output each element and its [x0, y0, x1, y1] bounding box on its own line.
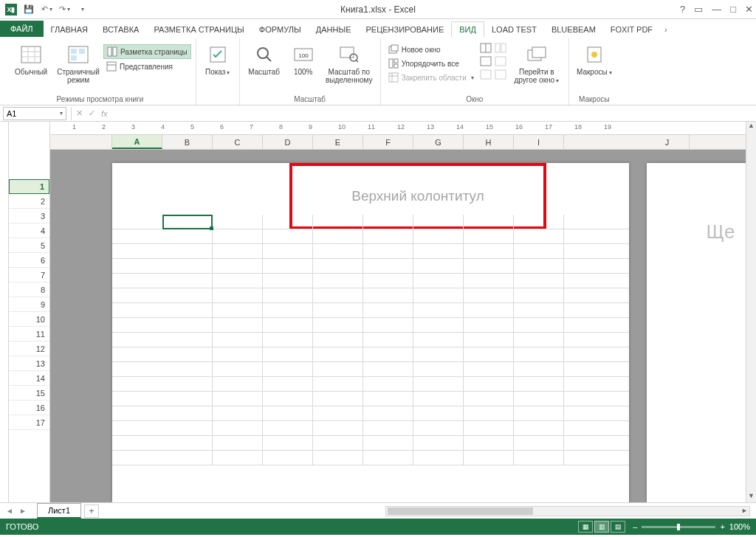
tab-file[interactable]: ФАЙЛ — [0, 21, 44, 37]
title-bar: X▮ 💾 ↶▾ ↷▾ ▾ Книга1.xlsx - Excel ? ▭ — □… — [0, 0, 756, 19]
reset-pos-icon[interactable] — [495, 69, 506, 80]
row-header[interactable]: 12 — [9, 342, 49, 356]
qat-customize[interactable]: ▾ — [74, 1, 90, 18]
col-header[interactable]: H — [464, 135, 514, 149]
switch-window-button[interactable]: Перейти в другое окно▾ — [509, 41, 564, 84]
view-pagelayout-button[interactable]: ▥ — [594, 521, 609, 533]
cancel-icon[interactable]: ✕ — [76, 108, 83, 118]
row-header[interactable]: 14 — [9, 371, 49, 386]
col-header[interactable]: G — [413, 135, 464, 149]
col-header[interactable]: C — [213, 135, 263, 149]
row-header[interactable]: 7 — [9, 268, 49, 283]
vertical-scrollbar[interactable]: ▲ ▼ — [746, 122, 756, 502]
zoom-selection-button[interactable]: Масштаб по выделенному — [323, 41, 376, 84]
arrange-button[interactable]: Упорядочить все — [385, 57, 477, 70]
minimize-button[interactable]: — — [712, 4, 721, 15]
row-header[interactable]: 13 — [9, 356, 49, 371]
scroll-down-icon[interactable]: ▼ — [746, 492, 756, 502]
hide-icon[interactable] — [480, 56, 492, 66]
row-header[interactable]: 8 — [9, 283, 49, 297]
name-box[interactable]: A1▾ — [3, 107, 66, 120]
unhide-icon[interactable] — [480, 69, 492, 80]
view-normal-button[interactable]: ▦ — [578, 521, 593, 533]
sheet-tab-bar: ◄ ► Лист1 + ◄ ► — [0, 502, 756, 519]
tab-page-layout[interactable]: РАЗМЕТКА СТРАНИЦЫ — [146, 22, 251, 37]
zoom-in-button[interactable]: + — [720, 522, 724, 531]
tab-review[interactable]: РЕЦЕНЗИРОВАНИЕ — [358, 22, 451, 37]
sheet-tab[interactable]: Лист1 — [37, 503, 81, 519]
page2-placeholder: Ще — [707, 221, 735, 243]
tab-insert[interactable]: ВСТАВКА — [95, 22, 146, 37]
row-header[interactable]: 6 — [9, 253, 49, 268]
zoom-slider[interactable] — [642, 526, 715, 528]
svg-rect-23 — [389, 59, 393, 68]
normal-view-button[interactable]: Обычный — [9, 41, 53, 76]
row-header[interactable]: 4 — [9, 224, 49, 238]
tab-overflow[interactable]: › — [660, 22, 672, 37]
pagelayout-view-button[interactable]: Разметка страницы — [103, 44, 191, 59]
row-header[interactable]: 16 — [9, 401, 49, 415]
enter-icon[interactable]: ✓ — [89, 108, 95, 118]
row-header[interactable]: 17 — [9, 415, 49, 430]
horizontal-scrollbar[interactable]: ◄ ► — [385, 506, 750, 516]
col-header[interactable]: D — [263, 135, 313, 149]
page-1[interactable]: Верхний колонтитул — [112, 163, 629, 502]
tab-foxit[interactable]: Foxit PDF — [603, 22, 660, 37]
freeze-icon — [388, 72, 399, 83]
side-by-side-icon[interactable] — [495, 43, 506, 53]
scroll-up-icon[interactable]: ▲ — [746, 122, 756, 132]
row-header[interactable]: 15 — [9, 386, 49, 401]
help-button[interactable]: ? — [680, 4, 685, 15]
tab-home[interactable]: ГЛАВНАЯ — [44, 22, 95, 37]
tab-formulas[interactable]: ФОРМУЛЫ — [252, 22, 309, 37]
zoom-out-button[interactable]: – — [633, 522, 637, 531]
tab-data[interactable]: ДАННЫЕ — [309, 22, 359, 37]
col-header[interactable]: B — [162, 135, 213, 149]
row-header-1[interactable]: 1 — [9, 179, 49, 194]
cell-grid[interactable] — [112, 215, 629, 465]
magnifier-icon — [252, 43, 276, 66]
col-header[interactable]: F — [363, 135, 413, 149]
save-button[interactable]: 💾 — [21, 1, 37, 18]
ribbon-options-button[interactable]: ▭ — [694, 4, 703, 15]
redo-button[interactable]: ↷▾ — [56, 1, 72, 18]
svg-rect-25 — [394, 64, 398, 68]
col-header[interactable]: E — [313, 135, 363, 149]
tab-bluebeam[interactable]: BLUEBEAM — [544, 22, 603, 37]
show-button[interactable]: Показ▾ — [201, 41, 235, 76]
fx-icon[interactable]: fx — [101, 109, 108, 118]
group-label-window: Окно — [385, 94, 564, 105]
add-sheet-button[interactable]: + — [84, 505, 99, 518]
scroll-right-icon[interactable]: ► — [741, 507, 748, 514]
custom-views-button[interactable]: Представления — [103, 60, 191, 73]
zoom-button[interactable]: Масштаб — [244, 41, 284, 76]
new-window-button[interactable]: Новое окно — [385, 43, 477, 56]
sheet-nav-prev[interactable]: ◄ — [6, 507, 13, 515]
zoom-100-button[interactable]: 100 100% — [287, 41, 320, 76]
col-header[interactable]: I — [514, 135, 564, 149]
sheet-nav-next[interactable]: ► — [19, 507, 27, 515]
tab-loadtest[interactable]: LOAD TEST — [484, 22, 544, 37]
svg-rect-32 — [481, 70, 491, 79]
row-header[interactable]: 2 — [9, 194, 49, 209]
maximize-button[interactable]: □ — [730, 4, 736, 15]
sync-scroll-icon[interactable] — [495, 56, 506, 66]
scroll-thumb[interactable] — [388, 507, 533, 515]
row-header[interactable]: 3 — [9, 209, 49, 224]
tab-view[interactable]: ВИД — [451, 21, 484, 38]
pagebreak-view-button[interactable]: Страничный режим — [56, 41, 100, 84]
split-icon[interactable] — [480, 43, 492, 53]
undo-button[interactable]: ↶▾ — [38, 1, 55, 18]
macros-button[interactable]: Макросы▾ — [574, 41, 615, 76]
view-pagebreak-button[interactable]: ▤ — [611, 521, 625, 533]
row-header[interactable]: 5 — [9, 238, 49, 253]
page-2[interactable]: Ще — [647, 163, 746, 502]
row-header[interactable]: 9 — [9, 297, 49, 312]
row-header[interactable]: 11 — [9, 327, 49, 342]
freeze-panes-button[interactable]: Закрепить области▾ — [385, 71, 477, 84]
zoom-level[interactable]: 100% — [729, 522, 750, 531]
close-button[interactable]: ✕ — [745, 4, 753, 15]
col-header[interactable]: J — [645, 135, 690, 149]
col-header-a[interactable]: A — [112, 135, 162, 149]
row-header[interactable]: 10 — [9, 312, 49, 327]
